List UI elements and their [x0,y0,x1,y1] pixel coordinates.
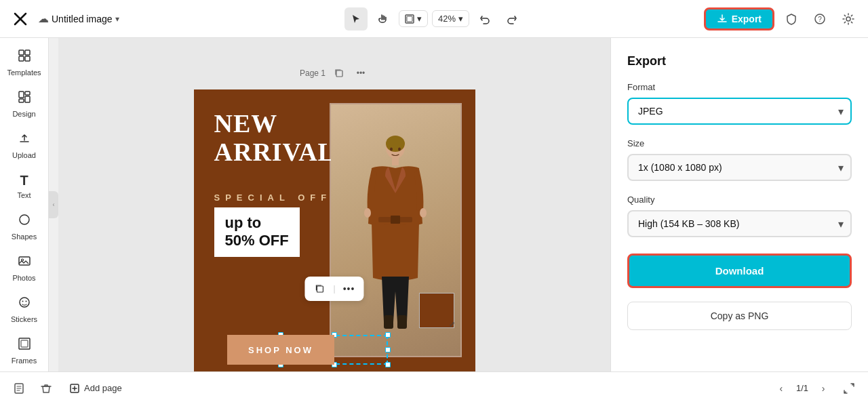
help-button[interactable]: ? [808,7,831,31]
svg-rect-8 [25,50,30,55]
element-toolbar: | ••• [304,277,363,301]
export-label: Export [732,14,762,24]
sidebar-collapse-button[interactable]: ‹ [49,191,58,218]
size-select-wrapper: 1x (1080 x 1080 px) 2x (2160 x 2160 px) … [627,154,852,181]
sidebar-item-upload[interactable]: Upload [4,126,45,165]
sidebar-item-shapes[interactable]: Shapes [4,207,45,246]
frames-label: Frames [12,357,37,365]
format-label: Format [627,82,852,92]
svg-rect-30 [392,157,399,165]
settings-button[interactable] [837,7,860,31]
export-panel-title: Export [627,54,852,68]
copy-png-button[interactable]: Copy as PNG [627,302,852,330]
page-more-button[interactable]: ••• [353,65,369,81]
bottom-bar: Add page ‹ 1/1 › [0,371,868,404]
sidebar-item-text[interactable]: T Text [4,167,45,205]
hand-tool-button[interactable] [372,7,395,31]
quality-select[interactable]: High (154 KB – 308 KB) Medium (80 KB – 1… [627,210,852,237]
svg-point-19 [22,301,23,302]
svg-rect-11 [19,92,24,98]
text-label: Text [17,191,31,199]
svg-rect-39 [317,286,323,292]
add-page-button[interactable]: Add page [62,379,129,398]
frame-zoom-control[interactable]: ▾ [399,10,428,27]
design-icon [18,90,31,107]
svg-point-37 [390,147,393,150]
discount-text: up to 50% OFF [214,207,300,257]
handle-mr[interactable] [385,347,391,352]
page-counter: 1/1 [796,383,808,393]
selection-container: SHOP NOW [281,335,388,365]
canvas-wrapper: Page 1 ••• NEW ARRIVAL [58,38,610,371]
frame-label: ▾ [417,14,422,24]
format-select[interactable]: JPEG PNG PDF SVG GIF [627,98,852,125]
page-header: Page 1 ••• [300,65,369,81]
svg-point-36 [420,208,427,218]
prev-page-button[interactable]: ‹ [772,379,791,398]
sidebar-item-frames[interactable]: Frames [4,331,45,370]
svg-point-18 [20,298,29,307]
templates-label: Templates [7,68,41,77]
svg-point-29 [386,136,405,152]
svg-rect-14 [19,99,24,102]
format-select-wrapper: JPEG PNG PDF SVG GIF [627,98,852,125]
page-copy-button[interactable] [331,65,347,81]
size-section: Size 1x (1080 x 1080 px) 2x (2160 x 2160… [627,138,852,181]
new-arrival-text: NEW ARRIVAL [214,110,336,167]
handle-br[interactable] [385,362,391,367]
canvas-area: Page 1 ••• NEW ARRIVAL [58,38,610,371]
cloud-icon: ☁ [38,12,49,25]
page-label: Page 1 [300,68,326,78]
svg-rect-10 [25,56,30,61]
sidebar-item-templates[interactable]: Templates [4,43,45,82]
format-section: Format JPEG PNG PDF SVG GIF [627,82,852,125]
zoom-value: 42% [438,14,456,24]
redo-button[interactable] [500,7,524,31]
export-button[interactable]: Export [704,7,774,31]
topbar-right: Export ? [704,7,860,31]
undo-button[interactable] [473,7,496,31]
frames-icon [18,337,31,354]
download-button[interactable]: Download [627,254,852,288]
sidebar-item-photos[interactable]: Photos [4,249,45,287]
shield-button[interactable] [780,7,803,31]
next-page-button[interactable]: › [814,379,833,398]
design-label: Design [12,110,35,118]
thumbnail-preview: ⤢ [419,293,454,328]
size-label: Size [627,138,852,148]
svg-rect-3 [407,16,412,22]
expand-view-button[interactable] [838,378,860,399]
design-canvas[interactable]: NEW ARRIVAL SPECIAL OFFER up to 50% OFF [194,89,475,371]
svg-rect-7 [19,50,24,55]
thumbnail-canvas: ⤢ [419,293,454,328]
expand-icon[interactable]: ⤢ [449,320,455,329]
trash-button[interactable] [35,378,57,399]
size-select[interactable]: 1x (1080 x 1080 px) 2x (2160 x 2160 px) … [627,154,852,181]
select-tool-button[interactable] [344,7,368,31]
svg-text:?: ? [818,16,822,23]
shapes-icon [18,213,31,230]
text-icon: T [20,173,28,188]
photos-icon [18,254,31,271]
title-chevron[interactable]: ▾ [115,14,119,24]
shop-selection-area: | ••• [281,335,388,365]
svg-rect-32 [391,216,400,224]
page-icon-button[interactable] [8,378,30,399]
quality-select-wrapper: High (154 KB – 308 KB) Medium (80 KB – 1… [627,210,852,237]
bottom-right: ‹ 1/1 › [772,378,860,399]
sidebar-item-design[interactable]: Design [4,85,45,123]
stickers-label: Stickers [11,315,37,323]
quality-label: Quality [627,195,852,205]
zoom-control[interactable]: 42% ▾ [432,10,469,27]
svg-rect-33 [384,315,393,329]
svg-rect-9 [19,56,24,61]
sidebar-item-stickers[interactable]: Stickers [4,290,45,329]
svg-rect-12 [25,92,30,95]
photos-label: Photos [12,274,35,282]
copy-element-button[interactable] [310,279,329,298]
upload-icon [18,132,31,148]
handle-tr[interactable] [385,332,391,338]
shop-now-button[interactable]: SHOP NOW [227,335,334,365]
more-element-button[interactable]: ••• [340,279,359,298]
svg-point-15 [20,215,29,224]
